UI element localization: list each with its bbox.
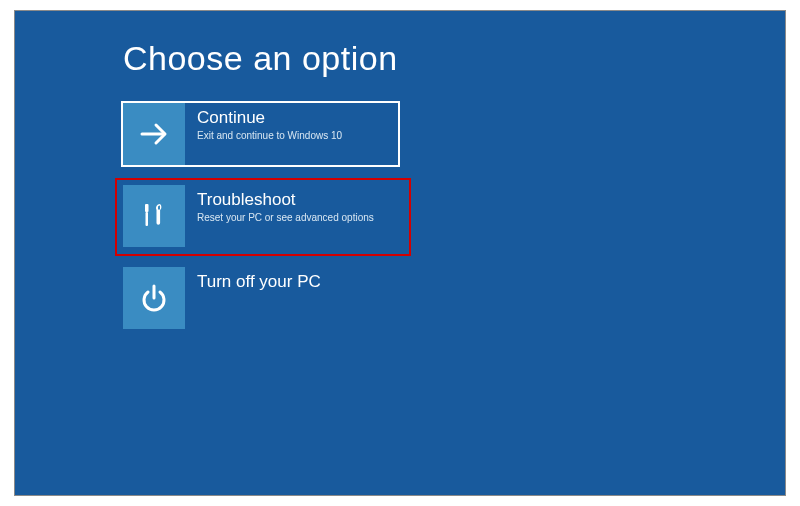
arrow-right-icon <box>123 103 185 165</box>
page-title: Choose an option <box>123 39 398 78</box>
svg-rect-2 <box>146 212 149 226</box>
option-continue[interactable]: Continue Exit and continue to Windows 10 <box>123 103 398 165</box>
option-troubleshoot[interactable]: Troubleshoot Reset your PC or see advanc… <box>123 185 398 247</box>
option-subtitle: Reset your PC or see advanced options <box>197 212 374 224</box>
tools-icon <box>123 185 185 247</box>
option-title: Continue <box>197 109 342 128</box>
options-list: Continue Exit and continue to Windows 10 <box>123 103 413 349</box>
option-title: Troubleshoot <box>197 191 374 210</box>
option-turnoff[interactable]: Turn off your PC <box>123 267 398 329</box>
svg-rect-1 <box>145 204 149 212</box>
power-icon <box>123 267 185 329</box>
option-text: Turn off your PC <box>185 267 329 294</box>
option-title: Turn off your PC <box>197 273 321 292</box>
recovery-screen: Choose an option Continue Exit and conti… <box>14 10 786 496</box>
option-text: Continue Exit and continue to Windows 10 <box>185 103 350 142</box>
option-subtitle: Exit and continue to Windows 10 <box>197 130 342 142</box>
option-text: Troubleshoot Reset your PC or see advanc… <box>185 185 382 224</box>
